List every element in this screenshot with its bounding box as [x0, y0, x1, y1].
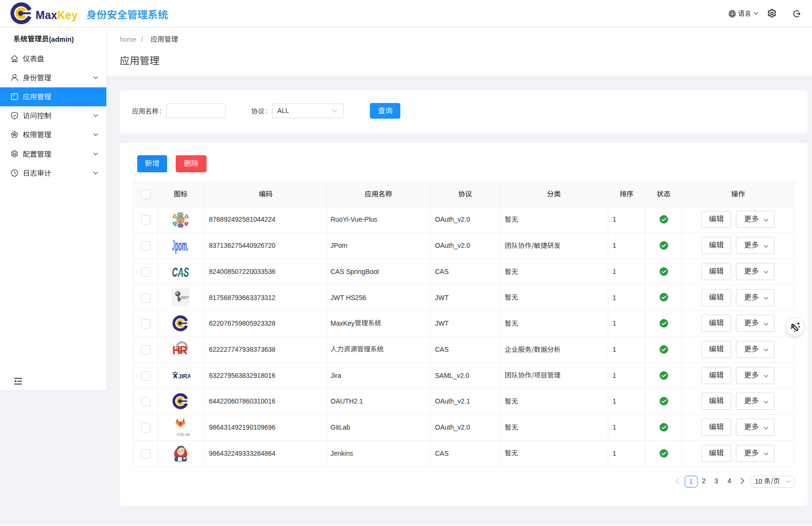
svg-text:CAS: CAS — [172, 265, 189, 280]
svg-text:Jpom.: Jpom. — [172, 237, 189, 254]
svg-text:GitLab: GitLab — [177, 432, 190, 437]
svg-text:JWT: JWT — [180, 295, 189, 300]
svg-text:R: R — [179, 344, 188, 357]
svg-text:JIRA: JIRA — [179, 373, 191, 379]
